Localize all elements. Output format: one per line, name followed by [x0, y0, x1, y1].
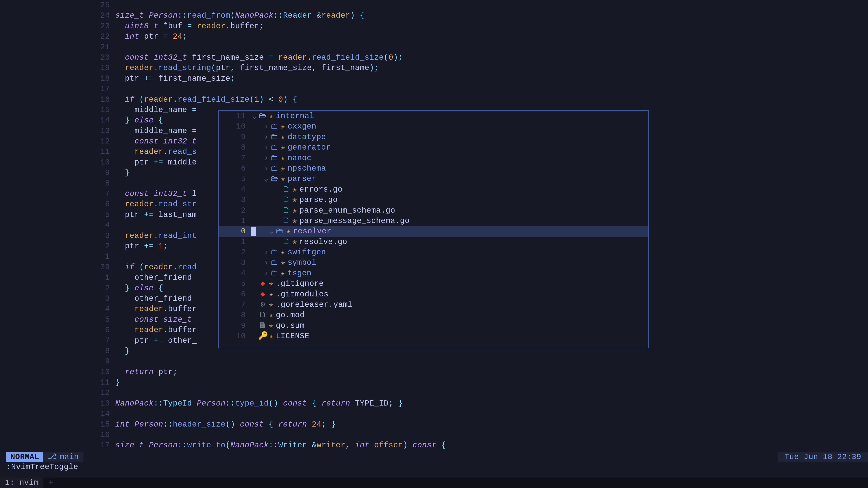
tree-item-label: parse_enum_schema.go: [299, 205, 395, 216]
chevron-right-icon[interactable]: ›: [262, 258, 270, 268]
tree-folder[interactable]: 9›🗀✭datatype: [219, 132, 648, 142]
tree-item-label: parser: [287, 174, 316, 184]
chevron-right-icon[interactable]: ›: [262, 247, 270, 258]
line-number: 4: [0, 304, 115, 314]
tab-add-icon[interactable]: +: [44, 478, 58, 488]
tree-item-label: errors.go: [299, 184, 342, 195]
code-line[interactable]: 9: [0, 356, 868, 367]
tab-line[interactable]: 1: nvim +: [0, 478, 868, 488]
code-line[interactable]: 19 reader.read_string(ptr, first_name_si…: [0, 63, 868, 73]
line-number: 11: [0, 377, 115, 388]
chevron-right-icon[interactable]: ›: [262, 153, 270, 163]
line-number: 25: [0, 0, 115, 10]
line-number: 8: [0, 346, 115, 356]
code-text: }: [115, 377, 868, 388]
git-dirty-star-icon: ✭: [291, 237, 299, 247]
tree-line-number: 7: [219, 300, 251, 310]
file-tree-float[interactable]: 11⌄🗁✭internal10›🗀✭cxxgen9›🗀✭datatype8›🗀✭…: [218, 110, 649, 348]
code-line[interactable]: 12: [0, 388, 868, 398]
tree-file[interactable]: 1 🗋✭resolve.go: [219, 237, 648, 247]
line-number: 13: [0, 126, 115, 136]
tree-folder[interactable]: 4›🗀✭tsgen: [219, 268, 648, 279]
tree-line-number: 6: [219, 289, 251, 300]
tree-item-label: resolver: [293, 226, 331, 236]
tree-file[interactable]: 10 🔑✭LICENSE: [219, 331, 648, 341]
git-dirty-star-icon: ✭: [268, 111, 276, 121]
line-number: 5: [0, 210, 115, 220]
chevron-down-icon[interactable]: ⌄: [262, 174, 270, 184]
code-line[interactable]: 16: [0, 430, 868, 440]
tree-folder[interactable]: 3›🗀✭symbol: [219, 258, 648, 268]
tree-line-number: 10: [219, 121, 251, 132]
code-line[interactable]: 14: [0, 409, 868, 419]
code-line[interactable]: 23 uint8_t *buf = reader.buffer;: [0, 21, 868, 31]
tree-item-label: resolve.go: [299, 237, 347, 247]
tree-folder[interactable]: 10›🗀✭cxxgen: [219, 121, 648, 132]
code-line[interactable]: 17size_t Person::write_to(NanoPack::Writ…: [0, 440, 868, 451]
tree-folder[interactable]: 8›🗀✭generator: [219, 142, 648, 153]
git-dirty-star-icon: ✭: [291, 216, 299, 226]
tree-folder[interactable]: 7›🗀✭nanoc: [219, 153, 648, 163]
go-file-icon: 🗋: [282, 184, 291, 195]
tree-item-label: go.mod: [276, 310, 305, 320]
code-text: ptr += first_name_size;: [115, 73, 868, 84]
tree-file[interactable]: 7 ⚙✭.goreleaser.yaml: [219, 300, 648, 310]
tree-item-label: parse_message_schema.go: [299, 216, 410, 226]
tree-folder[interactable]: 2›🗀✭swiftgen: [219, 247, 648, 258]
line-number: 24: [0, 10, 115, 21]
caret-placeholder: [251, 279, 258, 289]
go-file-icon: 🗋: [282, 195, 291, 205]
code-line[interactable]: 20 const int32_t first_name_size = reade…: [0, 53, 868, 63]
tab-nvim[interactable]: 1: nvim: [0, 478, 44, 488]
tree-file[interactable]: 5 ◆✭.gitignore: [219, 279, 648, 289]
code-line[interactable]: 22 int ptr = 24;: [0, 31, 868, 42]
tree-folder[interactable]: 0⌄🗁✭resolver: [219, 226, 648, 236]
tree-item-label: .gitignore: [276, 279, 324, 289]
tree-item-label: npschema: [287, 163, 326, 174]
chevron-right-icon[interactable]: ›: [262, 121, 270, 132]
tree-line-number: 4: [219, 268, 251, 279]
line-number: 12: [0, 388, 115, 398]
git-dirty-star-icon: ✭: [268, 300, 276, 310]
code-line[interactable]: 13NanoPack::TypeId Person::type_id() con…: [0, 398, 868, 409]
line-number: 10: [0, 367, 115, 377]
code-line[interactable]: 25: [0, 0, 868, 10]
code-text: NanoPack::TypeId Person::type_id() const…: [115, 398, 868, 409]
code-line[interactable]: 21: [0, 42, 868, 53]
tree-file[interactable]: 6 ◆✭.gitmodules: [219, 289, 648, 300]
line-number: 14: [0, 409, 115, 419]
code-line[interactable]: 24size_t Person::read_from(NanoPack::Rea…: [0, 10, 868, 21]
code-line[interactable]: 16 if (reader.read_field_size(1) < 0) {: [0, 94, 868, 105]
code-line[interactable]: 17: [0, 84, 868, 94]
code-line[interactable]: 18 ptr += first_name_size;: [0, 73, 868, 84]
chevron-down-icon[interactable]: ⌄: [251, 111, 258, 121]
tree-file[interactable]: 4 🗋✭errors.go: [219, 184, 648, 195]
tree-file[interactable]: 8 🗎✭go.mod: [219, 310, 648, 320]
code-line[interactable]: 15int Person::header_size() const { retu…: [0, 419, 868, 430]
chevron-down-icon[interactable]: ⌄: [268, 226, 276, 236]
line-number: 16: [0, 94, 115, 105]
command-line[interactable]: :NvimTreeToggle: [6, 462, 78, 472]
tree-file[interactable]: 1 🗋✭parse_message_schema.go: [219, 216, 648, 226]
tree-file[interactable]: 9 🗎✭go.sum: [219, 321, 648, 331]
line-number: 11: [0, 147, 115, 157]
tree-folder[interactable]: 5⌄🗁✭parser: [219, 174, 648, 184]
code-line[interactable]: 11}: [0, 377, 868, 388]
code-text: size_t Person::read_from(NanoPack::Reade…: [115, 10, 868, 21]
tree-folder[interactable]: 11⌄🗁✭internal: [219, 111, 648, 121]
tree-folder[interactable]: 6›🗀✭npschema: [219, 163, 648, 174]
line-number: 15: [0, 105, 115, 115]
code-line[interactable]: 10 return ptr;: [0, 367, 868, 377]
chevron-right-icon[interactable]: ›: [262, 268, 270, 279]
tree-file[interactable]: 2 🗋✭parse_enum_schema.go: [219, 205, 648, 216]
branch-name: main: [60, 452, 79, 462]
chevron-right-icon[interactable]: ›: [262, 163, 270, 174]
tree-line-number: 5: [219, 279, 251, 289]
tree-file[interactable]: 3 🗋✭parse.go: [219, 195, 648, 205]
tree-item-label: generator: [287, 142, 331, 153]
chevron-right-icon[interactable]: ›: [262, 142, 270, 153]
caret-placeholder: [274, 237, 282, 247]
tree-line-number: 4: [219, 184, 251, 195]
folder-icon: 🗀: [270, 258, 279, 268]
chevron-right-icon[interactable]: ›: [262, 132, 270, 142]
